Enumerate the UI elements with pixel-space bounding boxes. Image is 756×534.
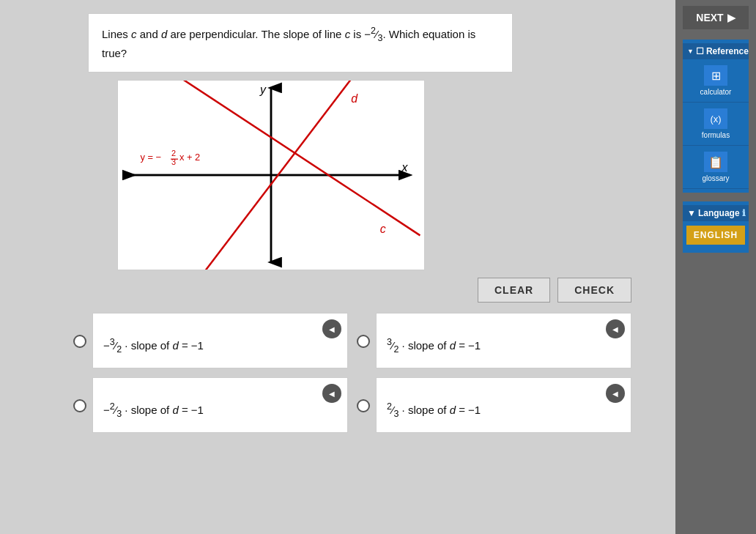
action-buttons-row: CLEAR CHECK: [0, 278, 631, 303]
reference-triangle-icon: ▼: [687, 48, 694, 55]
radio-1[interactable]: [73, 335, 86, 348]
formulas-icon: (x): [704, 108, 727, 129]
answers-grid: −3⁄2 · slope of d = −1 3⁄2 · slope of d …: [73, 313, 631, 433]
reference-checkbox-icon: ☐: [696, 46, 704, 56]
language-header[interactable]: ▼ Language ℹ: [683, 205, 749, 221]
answer-text-2: 3⁄2 · slope of d = −1: [387, 337, 620, 355]
language-info-icon: ℹ: [742, 208, 746, 218]
language-label: Language: [698, 208, 740, 218]
question-text: Lines c and d are perpendicular. The slo…: [102, 28, 475, 59]
audio-btn-1[interactable]: [322, 319, 341, 338]
formulas-item[interactable]: (x) formulas: [683, 103, 749, 146]
glossary-icon: 📋: [704, 152, 727, 172]
check-button[interactable]: CHECK: [557, 278, 631, 303]
formulas-label: formulas: [702, 131, 730, 139]
glossary-label: glossary: [702, 174, 729, 182]
answer-item-4: 2⁄3 · slope of d = −1: [357, 377, 631, 433]
answer-item-1: −3⁄2 · slope of d = −1: [73, 313, 348, 368]
radio-2[interactable]: [357, 335, 370, 348]
radio-4[interactable]: [357, 399, 370, 412]
question-box: Lines c and d are perpendicular. The slo…: [88, 13, 513, 73]
calculator-label: calculator: [700, 88, 732, 96]
svg-text:c: c: [380, 223, 386, 236]
next-arrow-icon: ▶: [727, 12, 735, 23]
svg-text:x: x: [401, 161, 409, 174]
answer-card-1: −3⁄2 · slope of d = −1: [92, 313, 348, 368]
english-button[interactable]: ENGLISH: [686, 226, 745, 245]
svg-text:2: 2: [171, 149, 176, 157]
answer-text-4: 2⁄3 · slope of d = −1: [387, 401, 620, 419]
reference-label: Reference: [706, 46, 749, 56]
reference-panel: ▼ ☐ Reference ⊞ calculator (x) formulas …: [683, 40, 749, 193]
svg-text:y = −: y = −: [140, 152, 161, 163]
answer-text-3: −2⁄3 · slope of d = −1: [103, 401, 337, 419]
graph-area: y x d c y = − 2 3 x + 2: [117, 80, 425, 270]
sidebar: NEXT ▶ ▼ ☐ Reference ⊞ calculator (x) fo…: [675, 0, 756, 534]
next-label: NEXT: [696, 12, 723, 23]
answer-card-2: 3⁄2 · slope of d = −1: [376, 313, 631, 368]
answer-card-4: 2⁄3 · slope of d = −1: [376, 377, 631, 433]
svg-text:d: d: [351, 92, 358, 105]
audio-btn-2[interactable]: [606, 319, 625, 338]
svg-text:x + 2: x + 2: [179, 152, 200, 163]
calculator-item[interactable]: ⊞ calculator: [683, 59, 749, 103]
next-button[interactable]: NEXT ▶: [683, 6, 749, 29]
audio-btn-4[interactable]: [606, 384, 625, 403]
clear-button[interactable]: CLEAR: [478, 278, 550, 303]
svg-text:y: y: [259, 84, 267, 96]
reference-header[interactable]: ▼ ☐ Reference: [683, 43, 749, 59]
audio-btn-3[interactable]: [322, 384, 341, 403]
glossary-item[interactable]: 📋 glossary: [683, 146, 749, 189]
calculator-icon: ⊞: [704, 65, 727, 86]
language-triangle-icon: ▼: [687, 208, 696, 218]
answer-item-2: 3⁄2 · slope of d = −1: [357, 313, 631, 368]
answer-item-3: −2⁄3 · slope of d = −1: [73, 377, 348, 433]
language-panel: ▼ Language ℹ ENGLISH: [683, 201, 749, 253]
answer-card-3: −2⁄3 · slope of d = −1: [92, 377, 348, 433]
answer-text-1: −3⁄2 · slope of d = −1: [103, 337, 337, 355]
radio-3[interactable]: [73, 399, 86, 412]
